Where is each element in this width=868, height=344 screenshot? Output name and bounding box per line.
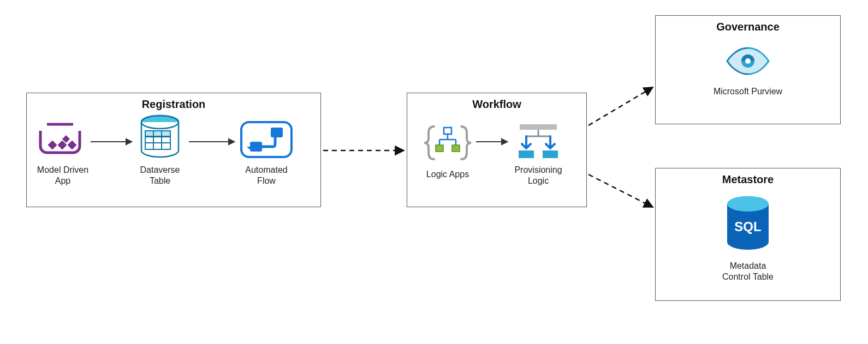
architecture-diagram: Registration Model Driven App	[0, 0, 868, 344]
arrows-layer	[0, 0, 868, 344]
arrow-workflow-to-metastore	[588, 174, 653, 207]
arrow-workflow-to-governance	[588, 87, 653, 125]
